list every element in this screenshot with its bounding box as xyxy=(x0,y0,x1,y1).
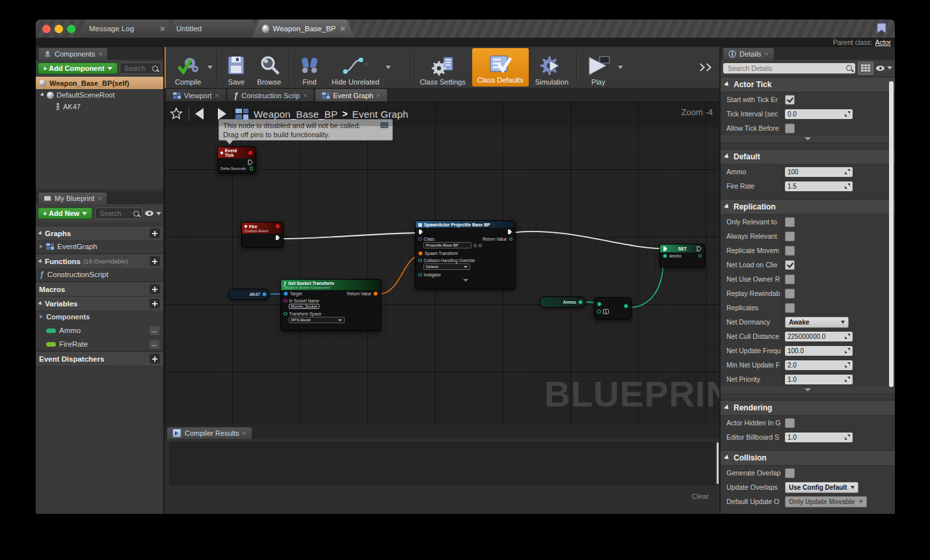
socket-name-pin[interactable] xyxy=(284,299,287,303)
return-value-pin[interactable] xyxy=(509,237,513,241)
transform-space-pin[interactable] xyxy=(284,312,287,316)
exec-out-pin[interactable] xyxy=(507,229,512,235)
bookmark-icon[interactable] xyxy=(876,23,887,34)
tab-compiler-results[interactable]: Compiler Results xyxy=(167,427,252,439)
multi-value-icon[interactable] xyxy=(845,377,850,382)
simulation-button[interactable]: Simulation xyxy=(530,47,574,88)
components-search-input[interactable] xyxy=(123,64,152,73)
save-button[interactable]: Save xyxy=(220,47,252,88)
close-tab-icon[interactable] xyxy=(159,26,165,31)
advanced-expander[interactable] xyxy=(721,386,895,394)
socket-name-field[interactable]: Muzzle_Socket xyxy=(289,304,319,309)
expander-icon[interactable] xyxy=(40,92,46,98)
node-ammo-variable[interactable]: Ammo xyxy=(540,297,586,308)
class-defaults-button[interactable]: Class Defaults xyxy=(472,48,529,87)
group-components[interactable]: Components xyxy=(36,310,163,324)
exec-in-pin[interactable] xyxy=(418,229,423,235)
tab-untitled[interactable]: Untitled xyxy=(166,20,261,38)
tab-event-graph[interactable]: Event Graph xyxy=(315,89,387,101)
add-macro-button[interactable] xyxy=(150,284,160,294)
instigator-pin[interactable] xyxy=(418,273,422,277)
section-default[interactable]: Default xyxy=(721,149,895,165)
component-row-ak47[interactable]: AK47 xyxy=(36,101,163,113)
result-pin[interactable] xyxy=(624,304,628,308)
ammo-in-pin[interactable] xyxy=(663,254,667,258)
add-dispatcher-button[interactable] xyxy=(150,354,160,364)
checkbox[interactable] xyxy=(785,260,795,270)
section-actor-tick[interactable]: Actor Tick xyxy=(721,77,895,92)
checkbox[interactable] xyxy=(785,468,795,478)
section-variables[interactable]: Variables xyxy=(36,296,163,310)
add-new-button[interactable]: + Add New xyxy=(38,207,92,219)
operand-a-pin[interactable] xyxy=(597,302,602,306)
tab-components[interactable]: Components xyxy=(38,48,107,60)
number-field[interactable]: 100 xyxy=(785,167,853,177)
play-button[interactable]: Play xyxy=(580,47,617,88)
clear-button[interactable]: Clear xyxy=(692,492,709,500)
use-asset-icon[interactable] xyxy=(473,244,477,247)
return-value-pin[interactable] xyxy=(373,291,378,296)
browse-asset-icon[interactable] xyxy=(479,244,482,247)
browse-button[interactable]: Browse xyxy=(252,47,286,88)
variable-visibility-icon[interactable] xyxy=(150,340,159,349)
checkbox[interactable] xyxy=(785,124,795,133)
number-field[interactable]: 0.0 xyxy=(785,109,853,119)
collision-override-select[interactable]: Default xyxy=(423,263,470,270)
spawn-transform-pin[interactable] xyxy=(418,251,423,256)
toolbar-overflow-button[interactable] xyxy=(698,64,719,70)
add-function-button[interactable] xyxy=(150,256,160,266)
multi-value-icon[interactable] xyxy=(845,434,850,440)
tab-weapon-base-bp[interactable]: Weapon_Base_BP xyxy=(252,20,354,38)
number-field[interactable]: 100.0 xyxy=(785,346,853,356)
node-collapse-icon[interactable] xyxy=(463,279,468,282)
section-functions[interactable]: Functions (18 Overridable) xyxy=(36,254,163,268)
section-event-dispatchers[interactable]: Event Dispatchers xyxy=(36,351,163,366)
expander-icon[interactable] xyxy=(40,315,43,319)
operand-b-field[interactable]: 1 xyxy=(603,309,609,314)
multi-value-icon[interactable] xyxy=(845,362,850,367)
default-update-select[interactable]: Only Update Movable xyxy=(785,496,867,507)
node-get-socket-transform[interactable]: ƒ Get Socket Transform Target is Scene C… xyxy=(280,279,381,331)
section-replication[interactable]: Replication xyxy=(721,199,895,215)
find-button[interactable]: Find xyxy=(293,47,326,88)
compile-options-caret[interactable] xyxy=(207,66,213,69)
class-select[interactable]: Projectile Base BP xyxy=(423,242,472,248)
zoom-window-button[interactable] xyxy=(67,25,75,33)
checkbox[interactable] xyxy=(785,418,795,428)
ammo-out-pin[interactable] xyxy=(578,300,583,304)
exec-out-pin[interactable] xyxy=(248,159,253,165)
visibility-filter-icon[interactable] xyxy=(876,66,884,71)
ammo-value-out-pin[interactable] xyxy=(698,254,702,258)
advanced-expander[interactable] xyxy=(721,135,895,143)
row-variable-firerate[interactable]: FireRate xyxy=(36,338,163,351)
add-component-button[interactable]: + Add Component xyxy=(38,62,118,74)
close-panel-icon[interactable] xyxy=(765,52,769,56)
checkbox[interactable] xyxy=(785,289,795,299)
chevron-down-icon[interactable] xyxy=(887,66,892,70)
play-options-caret[interactable] xyxy=(618,66,623,69)
row-event-graph[interactable]: EventGraph xyxy=(36,240,163,254)
compile-button[interactable]: Compile xyxy=(170,47,206,88)
event-graph-canvas[interactable]: Weapon_Base_BP > Event Graph Zoom -4 Thi… xyxy=(165,101,719,425)
number-field[interactable]: 2.0 xyxy=(785,360,853,370)
checkbox[interactable] xyxy=(785,303,795,313)
close-tab-icon[interactable] xyxy=(215,94,219,98)
section-graphs[interactable]: Graphs xyxy=(36,226,163,240)
visibility-filter-icon[interactable] xyxy=(145,211,153,216)
components-search[interactable] xyxy=(120,62,161,74)
net-dormancy-select[interactable]: Awake xyxy=(785,317,849,328)
node-fire-event[interactable]: Fire Custom Event xyxy=(241,222,284,248)
close-panel-icon[interactable] xyxy=(98,52,102,56)
close-window-button[interactable] xyxy=(42,25,51,33)
update-overlaps-select[interactable]: Use Config Default xyxy=(785,482,858,493)
multi-value-icon[interactable] xyxy=(845,348,850,353)
close-panel-icon[interactable] xyxy=(98,196,101,200)
class-pin[interactable] xyxy=(418,237,422,241)
details-scrollbar[interactable] xyxy=(889,81,894,387)
close-tab-icon[interactable] xyxy=(243,431,246,435)
display-filter-button[interactable] xyxy=(858,62,873,75)
tab-my-blueprint[interactable]: My Blueprint xyxy=(38,193,107,204)
close-tab-icon[interactable] xyxy=(340,26,344,31)
compiler-scrollbar[interactable] xyxy=(717,442,719,484)
multi-value-icon[interactable] xyxy=(845,111,850,116)
